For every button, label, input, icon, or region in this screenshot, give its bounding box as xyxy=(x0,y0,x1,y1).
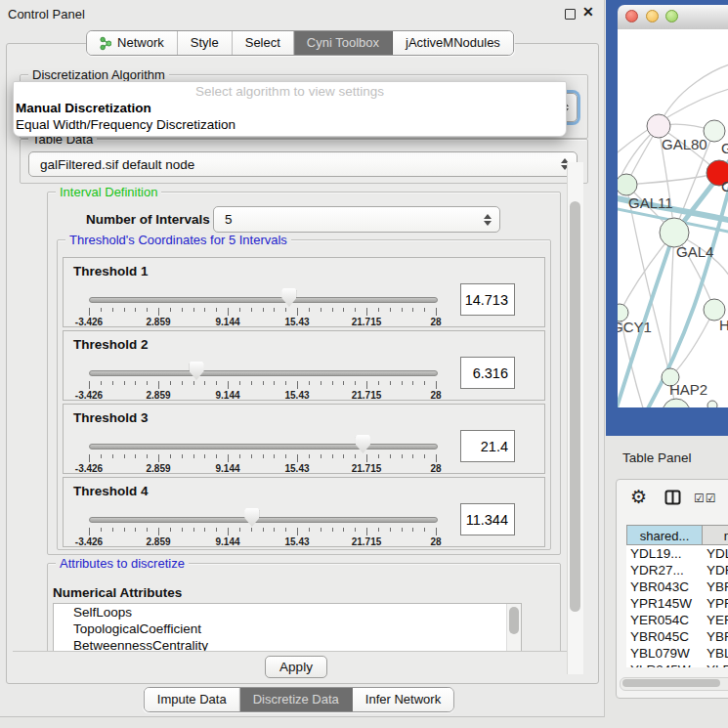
dropdown-prompt-item[interactable]: Select algorithm to view settings xyxy=(14,82,566,100)
apply-button[interactable]: Apply xyxy=(265,656,327,678)
algorithm-dropdown-popup: Select algorithm to view settings Manual… xyxy=(13,81,567,137)
table-row[interactable]: YER054CYER0 xyxy=(626,612,728,628)
tab-discretize-data[interactable]: Discretize Data xyxy=(240,688,353,711)
interval-group-title: Interval Definition xyxy=(56,185,161,199)
tab-label: jActiveMNodules xyxy=(406,31,500,55)
table-row[interactable]: YPR145WYPR1 xyxy=(626,595,728,612)
tab-label: Impute Data xyxy=(157,688,227,711)
tab-cyni-toolbox[interactable]: Cyni Toolbox xyxy=(294,31,393,55)
cell-name[interactable]: YBR0 xyxy=(703,628,728,645)
cell-shared-name[interactable]: YBR045C xyxy=(626,628,703,645)
tab-label: Style xyxy=(191,31,219,55)
tab-jactivemnodules[interactable]: jActiveMNodules xyxy=(393,31,513,55)
cell-shared-name[interactable]: YBR043C xyxy=(626,578,703,595)
cell-shared-name[interactable]: YER054C xyxy=(626,612,703,628)
network-node[interactable] xyxy=(707,401,717,407)
node-label: HA xyxy=(719,317,728,333)
tab-label: Infer Network xyxy=(365,688,441,711)
table-data-combo-value: galFiltered.sif default node xyxy=(40,157,194,172)
gear-icon[interactable]: ⚙ xyxy=(630,488,647,506)
settings-viewport: Interval Definition Number of Intervals … xyxy=(13,184,567,652)
cell-shared-name[interactable]: YDL19... xyxy=(626,545,703,562)
node-label: C xyxy=(721,178,728,194)
table-hscrollbar-thumb[interactable] xyxy=(622,679,720,687)
thresholds-group-title: Threshold's Coordinates for 5 Intervals xyxy=(65,233,291,247)
tab-label: Discretize Data xyxy=(253,688,339,711)
table-row[interactable]: YDR27...YDR2 xyxy=(626,562,728,578)
close-icon[interactable]: ✕ xyxy=(582,4,594,20)
node-label: GAL80 xyxy=(662,136,707,152)
table-hscrollbar[interactable] xyxy=(620,677,728,691)
node-label: GA xyxy=(721,140,728,156)
node-label: GAL11 xyxy=(628,194,673,211)
table-row[interactable]: YBR043CYBR0 xyxy=(626,578,728,595)
dropdown-items: Manual DiscretizationEqual Width/Frequen… xyxy=(14,100,566,133)
tab-impute-data[interactable]: Impute Data xyxy=(145,688,240,711)
combo-stepper-icon xyxy=(484,214,492,226)
network-icon xyxy=(100,36,111,51)
main-scrollbar[interactable] xyxy=(567,162,583,674)
tab-select[interactable]: Select xyxy=(233,31,294,55)
table-panel-title: Table Panel xyxy=(622,450,692,465)
cell-name[interactable]: YDR2 xyxy=(703,562,728,578)
algorithm-group-title: Discretization Algorithm xyxy=(28,67,169,82)
window-title: Control Panel xyxy=(8,7,85,21)
tab-label: Select xyxy=(245,31,280,55)
top-tab-bar: NetworkStyleSelectCyni ToolboxjActiveMNo… xyxy=(86,30,514,56)
dropdown-item-equal-width-frequency-discretization[interactable]: Equal Width/Frequency Discretization xyxy=(14,116,566,133)
cell-name[interactable]: YPR1 xyxy=(703,595,728,612)
network-node-gal11[interactable] xyxy=(618,174,637,195)
table-row[interactable]: YLR345WYLR3 xyxy=(626,662,728,667)
tab-label: Cyni Toolbox xyxy=(307,31,379,55)
column-header-name[interactable]: na xyxy=(702,525,728,545)
numerical-attributes-label: Numerical Attributes xyxy=(53,585,182,600)
cell-name[interactable]: YBL0 xyxy=(703,645,728,662)
columns-icon[interactable] xyxy=(664,490,681,509)
attributes-group: Attributes to discretize xyxy=(47,563,561,652)
float-icon[interactable] xyxy=(565,9,576,20)
thresholds-group: Threshold's Coordinates for 5 Intervals xyxy=(57,239,551,550)
intervals-combo-value: 5 xyxy=(225,212,233,227)
number-of-intervals-label: Number of Intervals xyxy=(86,212,210,227)
network-graph: GAL80GACGAL11GAL4GCY1HAHAP2 xyxy=(618,29,728,407)
control-panel-window: Control Panel ✕ NetworkStyleSelectCyni T… xyxy=(0,0,605,717)
cell-name[interactable]: YDL1 xyxy=(703,545,728,562)
network-node-gal80[interactable] xyxy=(647,114,670,138)
close-light[interactable] xyxy=(625,10,638,22)
table-row[interactable]: YBL079WYBL0 xyxy=(626,645,728,662)
bottom-tab-bar: Impute DataDiscretize DataInfer Network xyxy=(144,687,454,712)
cell-name[interactable]: YBR0 xyxy=(703,578,728,595)
cell-name[interactable]: YLR3 xyxy=(703,662,728,667)
column-header-shared-name[interactable]: shared... xyxy=(626,525,703,545)
table-data-group: Table Data galFiltered.sif default node xyxy=(20,139,588,184)
cell-shared-name[interactable]: YPR145W xyxy=(626,595,703,612)
dropdown-item-manual-discretization[interactable]: Manual Discretization xyxy=(14,100,566,116)
table-data-combobox[interactable]: galFiltered.sif default node xyxy=(28,151,578,177)
tab-style[interactable]: Style xyxy=(178,31,233,55)
tab-network[interactable]: Network xyxy=(87,31,178,55)
attributes-group-title: Attributes to discretize xyxy=(56,556,189,571)
minimize-light[interactable] xyxy=(646,10,659,22)
cell-shared-name[interactable]: YBL079W xyxy=(626,645,703,662)
network-node-ga[interactable] xyxy=(704,120,725,142)
checkbox-icons[interactable]: ☑☑ xyxy=(694,492,717,505)
table-panel: ⚙ ☑☑ shared... na YDL19...YDL1YDR27...YD… xyxy=(616,479,728,699)
node-label: HAP2 xyxy=(669,381,707,398)
node-label: GAL4 xyxy=(676,243,713,260)
network-canvas[interactable]: GAL80GACGAL11GAL4GCY1HAHAP2 xyxy=(618,29,728,407)
number-of-intervals-combobox[interactable]: 5 xyxy=(213,206,500,233)
cell-shared-name[interactable]: YDR27... xyxy=(626,562,703,578)
node-label: GCY1 xyxy=(618,319,652,335)
zoom-light[interactable] xyxy=(665,10,678,22)
main-scrollbar-thumb[interactable] xyxy=(570,201,580,612)
network-node[interactable] xyxy=(663,399,690,407)
tab-label: Network xyxy=(117,31,164,55)
table-row[interactable]: YDL19...YDL1 xyxy=(626,545,728,562)
tab-infer-network[interactable]: Infer Network xyxy=(353,688,453,711)
cell-shared-name[interactable]: YLR345W xyxy=(626,662,703,667)
table-rows: YDL19...YDL1YDR27...YDR2YBR043CYBR0YPR14… xyxy=(626,545,728,667)
table-row[interactable]: YBR045CYBR0 xyxy=(626,628,728,645)
cell-name[interactable]: YER0 xyxy=(703,612,728,628)
